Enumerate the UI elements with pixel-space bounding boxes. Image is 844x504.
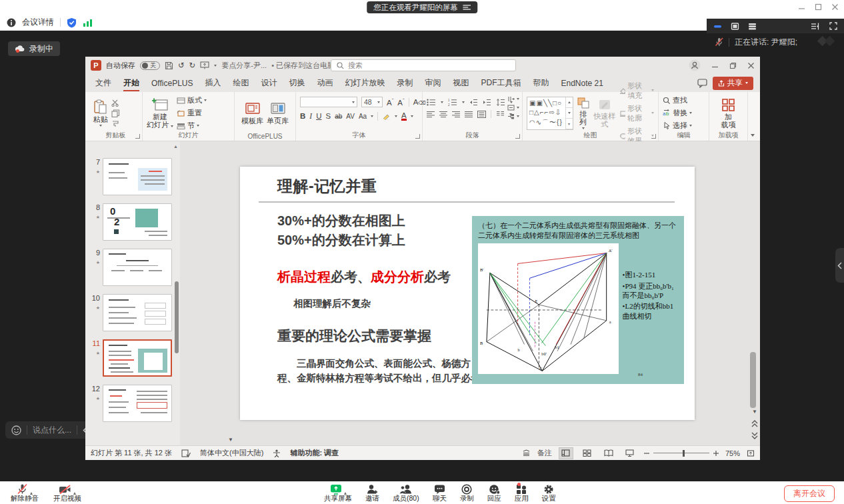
settings-button[interactable]: 设置 [542, 483, 556, 502]
tab-insert[interactable]: 插入 [199, 74, 227, 92]
redo-icon[interactable]: ↻ [189, 61, 196, 70]
font-name-combo[interactable] [300, 97, 357, 107]
shapes-scroll-down[interactable] [566, 108, 573, 119]
network-signal-icon[interactable] [83, 18, 93, 27]
font-color-icon[interactable]: A [401, 112, 407, 121]
save-icon[interactable] [165, 61, 173, 70]
shapes-scroll-up[interactable] [566, 97, 573, 108]
slideshow-view-button[interactable] [623, 447, 637, 459]
italic-icon[interactable]: I [309, 112, 312, 120]
next-slide-icon[interactable] [751, 432, 758, 440]
paste-button[interactable]: 粘贴 [93, 99, 108, 127]
accessibility-status[interactable]: 辅助功能: 调查 [290, 448, 339, 458]
thumbnail-row-12[interactable]: 12★ [85, 385, 172, 422]
info-icon[interactable] [7, 18, 16, 27]
normal-view-button[interactable] [559, 447, 573, 459]
thumbnail-row-9[interactable]: 9★ [85, 249, 172, 286]
qat-dropdown-caret[interactable] [214, 65, 217, 67]
accessibility-icon[interactable] [273, 449, 281, 457]
gallery-view-icon[interactable] [748, 22, 757, 31]
shapes-gallery[interactable]: ▣▣╲╲□○ □△⌐⌐⇨⇩ ◠∿⌒〜{} ▾ [527, 97, 573, 130]
increase-indent-icon[interactable] [483, 99, 491, 106]
chat-placeholder[interactable]: 说点什么... [33, 425, 71, 436]
undo-icon[interactable]: ↺ [178, 61, 185, 70]
thumbnail-row-10[interactable]: 10★ [85, 294, 172, 331]
emoji-icon[interactable] [11, 425, 21, 435]
slide-thumbnail[interactable]: 0 2 [103, 203, 172, 241]
os-maximize-icon[interactable] [815, 3, 822, 11]
zoom-slider[interactable] [644, 451, 719, 456]
meeting-details-link[interactable]: 会议详情 [22, 17, 54, 28]
apps-button[interactable]: 应用 [515, 483, 529, 502]
collapse-panel-icon[interactable] [811, 22, 821, 31]
shape-fill-button[interactable]: 形状填充 [619, 81, 654, 101]
thumb-scrollbar[interactable] [175, 281, 179, 353]
reset-button[interactable]: 重置 [177, 108, 207, 118]
zoom-track[interactable] [653, 453, 709, 453]
current-slide[interactable]: 理解-记忆并重 30%+的分数在相图上 50%+的分数在计算上 析晶过程必考、成… [240, 167, 695, 420]
find-button[interactable]: 查找 [663, 95, 692, 105]
tab-transitions[interactable]: 切换 [283, 74, 311, 92]
shapes-row[interactable]: ▣▣╲╲□○ [529, 99, 563, 109]
zoom-percent[interactable]: 75% [725, 449, 740, 457]
font-size-combo[interactable]: 48 [361, 97, 383, 107]
tab-animations[interactable]: 动画 [311, 74, 339, 92]
tab-record[interactable]: 录制 [391, 74, 419, 92]
record-button[interactable]: 录制 [460, 483, 474, 502]
collapse-ribbon-caret[interactable] [751, 134, 755, 137]
align-left-icon[interactable] [427, 111, 435, 118]
unmute-button[interactable]: 解除静音 [11, 483, 39, 502]
os-minimize-icon[interactable] [798, 3, 805, 11]
slide-counter[interactable]: 幻灯片 第 11 张, 共 12 张 [91, 448, 172, 458]
banner-menu-icon[interactable] [463, 4, 471, 11]
new-slide-button[interactable]: 新建幻灯片 [147, 98, 173, 129]
os-close-icon[interactable] [831, 3, 839, 11]
shapes-more[interactable]: ▾ [566, 119, 573, 129]
justify-icon[interactable] [465, 111, 473, 118]
slide-thumbnail[interactable] [103, 249, 172, 286]
tab-home[interactable]: 开始 [117, 74, 145, 92]
align-center-icon[interactable] [439, 111, 447, 118]
start-video-button[interactable]: 开启视频 [53, 483, 81, 502]
reading-view-button[interactable] [601, 447, 616, 459]
ppt-minimize-icon[interactable] [711, 62, 719, 69]
slide-thumbnail[interactable] [103, 385, 172, 422]
tab-help[interactable]: 帮助 [527, 74, 555, 92]
zoom-out-icon[interactable] [644, 451, 649, 456]
thumb-scroll-down-icon[interactable]: ▼ [228, 437, 233, 443]
text-direction-button[interactable] [507, 96, 519, 102]
security-shield-icon[interactable] [67, 17, 77, 28]
shapes-row[interactable]: □△⌐⌐⇨⇩ [529, 108, 563, 118]
layout-button[interactable]: 版式 [177, 95, 207, 105]
thumb-scroll-up-icon[interactable]: ▲ [173, 144, 178, 149]
tab-officeplus[interactable]: OfficePLUS [145, 74, 199, 92]
shrink-font-icon[interactable]: Aˇ [397, 97, 404, 107]
share-button[interactable]: 共享 [713, 77, 753, 90]
autosave-toggle[interactable]: 关 [140, 61, 160, 70]
strikethrough-icon[interactable]: ab [335, 113, 342, 120]
tab-design[interactable]: 设计 [255, 74, 283, 92]
section-button[interactable]: 节 [177, 121, 207, 131]
shapes-row[interactable]: ◠∿⌒〜{} [529, 118, 563, 128]
fit-to-window-icon[interactable] [747, 449, 755, 457]
spellcheck-icon[interactable] [181, 449, 191, 457]
comments-icon[interactable] [697, 79, 707, 88]
scroll-down-icon[interactable]: ▼ [752, 409, 757, 415]
numbering-icon[interactable]: 12 [448, 99, 457, 106]
format-painter-icon[interactable] [111, 120, 120, 127]
chat-button[interactable]: 聊天 [433, 483, 447, 502]
zoom-in-icon[interactable] [713, 451, 719, 456]
addins-button[interactable]: 加载项 [721, 98, 736, 129]
slide-thumbnail[interactable] [103, 158, 172, 195]
slide-thumbnail-current[interactable] [103, 339, 172, 377]
align-right-icon[interactable] [452, 111, 460, 118]
canvas-scrollbar[interactable] [750, 141, 756, 445]
account-avatar-icon[interactable] [689, 59, 701, 71]
shapes-scrollbar[interactable]: ▾ [565, 97, 573, 129]
slide-sorter-view-button[interactable] [580, 447, 595, 459]
thumbnail-row-11-selected[interactable]: 11★ [85, 339, 172, 377]
shape-outline-button[interactable]: 形状轮廓 [619, 103, 654, 123]
minimize-view-icon[interactable] [713, 22, 722, 31]
char-spacing-icon[interactable]: AV [346, 113, 355, 120]
ppt-close-icon[interactable] [747, 62, 755, 69]
